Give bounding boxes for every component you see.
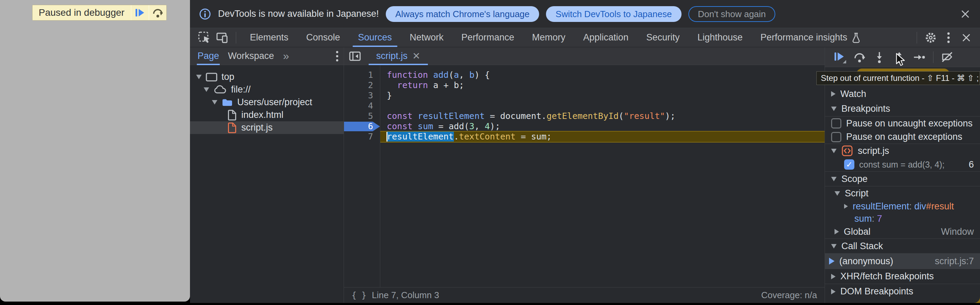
breakpoint-entry-row[interactable]: ✓ const sum = add(3, 4); 6 <box>825 158 980 171</box>
scope-script-group[interactable]: Script <box>825 187 980 200</box>
resume-icon[interactable] <box>830 50 850 65</box>
breakpoint-line-label: 6 <box>969 159 980 170</box>
chevron-right-icon[interactable] <box>835 229 839 235</box>
pause-uncaught-row[interactable]: Pause on uncaught exceptions <box>825 117 980 130</box>
panel-collapse-icon[interactable] <box>346 47 364 65</box>
tab-page[interactable]: Page <box>197 47 219 65</box>
tab-performance-insights[interactable]: Performance insights <box>752 28 870 47</box>
inspect-icon[interactable] <box>196 29 213 46</box>
step-over-button-overlay[interactable] <box>149 5 166 20</box>
devtools-close-icon[interactable] <box>958 29 975 46</box>
kebab-menu-icon[interactable] <box>940 29 958 46</box>
step-icon[interactable] <box>909 50 929 65</box>
chevron-right-icon[interactable] <box>831 289 835 294</box>
chevron-right-icon[interactable] <box>831 274 835 279</box>
mouse-cursor-icon <box>894 53 907 68</box>
tree-item-script-js[interactable]: script.js <box>190 121 344 134</box>
chevron-down-icon[interactable] <box>831 177 837 181</box>
always-match-language-button[interactable]: Always match Chrome's language <box>386 6 539 22</box>
checkbox-unchecked[interactable] <box>831 118 842 129</box>
code-area[interactable]: 1 function add(a, b) { 2 return a + b; 3… <box>344 65 825 287</box>
line-number[interactable]: 4 <box>344 101 380 111</box>
global-value: Window <box>941 227 980 237</box>
gear-icon[interactable] <box>922 29 940 46</box>
toolbar-separator <box>933 51 934 63</box>
section-call-stack[interactable]: Call Stack <box>825 238 980 254</box>
info-icon <box>199 8 211 20</box>
step-over-icon[interactable] <box>850 50 869 65</box>
code-text: const resultElement = document.getElemen… <box>380 111 675 121</box>
tab-workspace[interactable]: Workspace <box>228 47 274 65</box>
tab-elements[interactable]: Elements <box>241 28 298 47</box>
code-text: } <box>380 91 392 101</box>
checkbox-unchecked[interactable] <box>831 132 842 142</box>
chevron-down-icon[interactable] <box>831 244 837 248</box>
more-tabs-icon[interactable]: » <box>283 50 289 62</box>
pause-caught-row[interactable]: Pause on caught exceptions <box>825 130 980 144</box>
frame-icon <box>206 72 217 82</box>
tab-performance[interactable]: Performance <box>452 28 523 47</box>
tab-network[interactable]: Network <box>401 28 452 47</box>
paused-banner-label: Paused in debugger <box>32 5 131 20</box>
checkbox-checked[interactable]: ✓ <box>844 159 854 170</box>
tree-item-top[interactable]: top <box>190 70 344 83</box>
tree-item-project-folder[interactable]: Users/user/project <box>190 96 344 109</box>
tab-lighthouse[interactable]: Lighthouse <box>688 28 751 47</box>
infobar-close-icon[interactable] <box>959 8 971 20</box>
code-line-1: 1 function add(a, b) { <box>344 70 825 80</box>
code-line-3: 3 } <box>344 91 825 101</box>
device-toolbar-icon[interactable] <box>213 29 231 46</box>
close-tab-icon[interactable]: ✕ <box>412 50 420 62</box>
tabbar-right-controls <box>912 29 980 46</box>
editor-status-bar: { } Line 7, Column 3 Coverage: n/a <box>344 287 825 303</box>
chevron-down-icon[interactable] <box>831 149 837 153</box>
line-number[interactable]: 7 <box>344 132 380 142</box>
chevron-down-icon[interactable] <box>831 107 837 111</box>
tree-item-index-html[interactable]: index.html <box>190 109 344 121</box>
call-stack-frame[interactable]: (anonymous) script.js:7 <box>825 254 980 269</box>
editor-tab-script-js[interactable]: script.js ✕ <box>369 47 428 65</box>
chevron-right-icon[interactable] <box>844 204 848 209</box>
kebab-menu-icon[interactable] <box>336 50 339 62</box>
section-xhr-breakpoints[interactable]: XHR/fetch Breakpoints <box>825 269 980 284</box>
section-dom-breakpoints[interactable]: DOM Breakpoints <box>825 284 980 299</box>
tree-item-file-origin[interactable]: file:// <box>190 83 344 96</box>
section-watch[interactable]: Watch <box>825 86 980 101</box>
switch-to-japanese-button[interactable]: Switch DevTools to Japanese <box>546 6 681 22</box>
tab-console[interactable]: Console <box>298 28 349 47</box>
code-line-2: 2 return a + b; <box>344 80 825 91</box>
flask-icon <box>851 32 861 43</box>
text-cursor <box>387 132 388 142</box>
breakpoint-line-number[interactable]: 6 <box>344 121 380 132</box>
scope-var-sum: sum: 7 <box>825 212 980 225</box>
breakpoint-file-group[interactable]: script.js <box>825 144 980 158</box>
scope-global-group[interactable]: Global Window <box>825 225 980 238</box>
section-scope[interactable]: Scope <box>825 171 980 187</box>
tab-memory[interactable]: Memory <box>523 28 574 47</box>
line-number[interactable]: 1 <box>344 70 380 80</box>
navigator-header: Page Workspace » <box>190 47 344 65</box>
coverage-status: Coverage: n/a <box>761 290 817 300</box>
resume-script-button[interactable] <box>132 5 148 20</box>
brackets-icon[interactable]: { } <box>352 291 366 300</box>
breakpoint-marker <box>344 122 380 131</box>
line-number[interactable]: 2 <box>344 80 380 91</box>
line-number[interactable]: 5 <box>344 111 380 121</box>
web-page-viewport: Paused in debugger <box>0 0 190 302</box>
chevron-down-icon[interactable] <box>835 191 840 196</box>
tab-security[interactable]: Security <box>637 28 689 47</box>
chevron-right-icon[interactable] <box>831 91 835 97</box>
section-breakpoints[interactable]: Breakpoints <box>825 101 980 117</box>
tab-application[interactable]: Application <box>574 28 637 47</box>
file-tree: top file:// Users/user/p <box>190 65 344 134</box>
code-text: const sum = add(3, 4); <box>380 121 500 132</box>
line-number[interactable]: 3 <box>344 91 380 101</box>
dont-show-again-button[interactable]: Don't show again <box>688 6 776 22</box>
deactivate-breakpoints-icon[interactable] <box>937 50 958 65</box>
scope-var-resultelement[interactable]: resultElement: div#result <box>825 200 980 212</box>
tab-sources[interactable]: Sources <box>349 28 401 47</box>
chevron-down-icon[interactable] <box>196 75 202 79</box>
step-into-icon[interactable] <box>869 50 889 65</box>
chevron-down-icon[interactable] <box>204 88 209 92</box>
chevron-down-icon[interactable] <box>212 100 217 104</box>
